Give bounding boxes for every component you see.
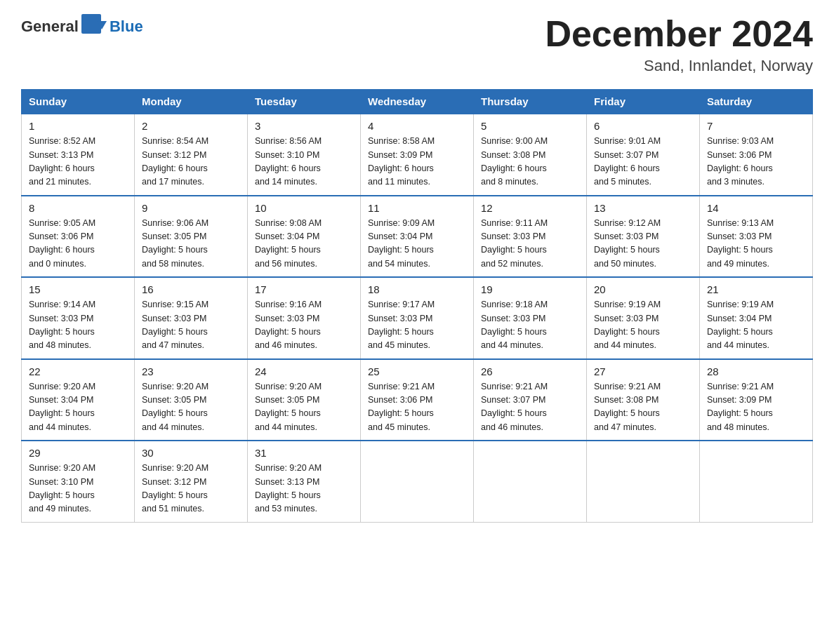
day-number: 5 [481, 120, 579, 132]
month-title: December 2024 [545, 14, 813, 54]
day-info: Sunrise: 9:20 AMSunset: 3:13 PMDaylight:… [255, 462, 353, 516]
table-row: 19Sunrise: 9:18 AMSunset: 3:03 PMDayligh… [474, 277, 587, 359]
day-number: 26 [481, 365, 579, 377]
day-number: 29 [29, 447, 127, 459]
table-row: 8Sunrise: 9:05 AMSunset: 3:06 PMDaylight… [22, 196, 135, 278]
day-number: 31 [255, 447, 353, 459]
table-row: 30Sunrise: 9:20 AMSunset: 3:12 PMDayligh… [135, 441, 248, 522]
day-number: 17 [255, 283, 353, 295]
day-number: 19 [481, 283, 579, 295]
day-info: Sunrise: 9:05 AMSunset: 3:06 PMDaylight:… [29, 217, 127, 271]
day-number: 24 [255, 365, 353, 377]
table-row: 25Sunrise: 9:21 AMSunset: 3:06 PMDayligh… [361, 359, 474, 441]
day-info: Sunrise: 9:13 AMSunset: 3:03 PMDaylight:… [707, 217, 805, 271]
day-number: 4 [368, 120, 466, 132]
table-row: 10Sunrise: 9:08 AMSunset: 3:04 PMDayligh… [248, 196, 361, 278]
table-row: 11Sunrise: 9:09 AMSunset: 3:04 PMDayligh… [361, 196, 474, 278]
logo-text-general: General [21, 18, 79, 36]
day-info: Sunrise: 9:20 AMSunset: 3:05 PMDaylight:… [142, 380, 240, 435]
table-row: 26Sunrise: 9:21 AMSunset: 3:07 PMDayligh… [474, 359, 587, 441]
day-number: 16 [142, 283, 240, 295]
day-info: Sunrise: 9:03 AMSunset: 3:06 PMDaylight:… [707, 135, 805, 189]
table-row: 24Sunrise: 9:20 AMSunset: 3:05 PMDayligh… [248, 359, 361, 441]
table-row: 4Sunrise: 8:58 AMSunset: 3:09 PMDaylight… [361, 114, 474, 196]
table-row: 5Sunrise: 9:00 AMSunset: 3:08 PMDaylight… [474, 114, 587, 196]
col-saturday: Saturday [700, 90, 813, 114]
col-sunday: Sunday [22, 90, 135, 114]
day-info: Sunrise: 9:09 AMSunset: 3:04 PMDaylight:… [368, 217, 466, 271]
day-number: 2 [142, 120, 240, 132]
day-info: Sunrise: 8:54 AMSunset: 3:12 PMDaylight:… [142, 135, 240, 189]
col-thursday: Thursday [474, 90, 587, 114]
day-info: Sunrise: 9:21 AMSunset: 3:09 PMDaylight:… [707, 380, 805, 435]
day-number: 3 [255, 120, 353, 132]
day-number: 15 [29, 283, 127, 295]
col-friday: Friday [587, 90, 700, 114]
table-row [474, 441, 587, 522]
calendar-week-row: 22Sunrise: 9:20 AMSunset: 3:04 PMDayligh… [22, 359, 813, 441]
day-info: Sunrise: 9:12 AMSunset: 3:03 PMDaylight:… [594, 217, 692, 271]
day-info: Sunrise: 9:21 AMSunset: 3:06 PMDaylight:… [368, 380, 466, 435]
table-row: 9Sunrise: 9:06 AMSunset: 3:05 PMDaylight… [135, 196, 248, 278]
day-info: Sunrise: 8:52 AMSunset: 3:13 PMDaylight:… [29, 135, 127, 189]
table-row: 2Sunrise: 8:54 AMSunset: 3:12 PMDaylight… [135, 114, 248, 196]
table-row: 23Sunrise: 9:20 AMSunset: 3:05 PMDayligh… [135, 359, 248, 441]
table-row: 28Sunrise: 9:21 AMSunset: 3:09 PMDayligh… [700, 359, 813, 441]
table-row: 18Sunrise: 9:17 AMSunset: 3:03 PMDayligh… [361, 277, 474, 359]
calendar-week-row: 1Sunrise: 8:52 AMSunset: 3:13 PMDaylight… [22, 114, 813, 196]
table-row [361, 441, 474, 522]
day-number: 25 [368, 365, 466, 377]
day-info: Sunrise: 8:58 AMSunset: 3:09 PMDaylight:… [368, 135, 466, 189]
day-info: Sunrise: 9:11 AMSunset: 3:03 PMDaylight:… [481, 217, 579, 271]
table-row: 13Sunrise: 9:12 AMSunset: 3:03 PMDayligh… [587, 196, 700, 278]
day-number: 30 [142, 447, 240, 459]
col-tuesday: Tuesday [248, 90, 361, 114]
day-info: Sunrise: 9:21 AMSunset: 3:08 PMDaylight:… [594, 380, 692, 435]
day-number: 7 [707, 120, 805, 132]
day-info: Sunrise: 9:00 AMSunset: 3:08 PMDaylight:… [481, 135, 579, 189]
table-row: 21Sunrise: 9:19 AMSunset: 3:04 PMDayligh… [700, 277, 813, 359]
day-info: Sunrise: 9:08 AMSunset: 3:04 PMDaylight:… [255, 217, 353, 271]
table-row [587, 441, 700, 522]
location-title: Sand, Innlandet, Norway [545, 57, 813, 75]
table-row: 31Sunrise: 9:20 AMSunset: 3:13 PMDayligh… [248, 441, 361, 522]
calendar-table: Sunday Monday Tuesday Wednesday Thursday… [21, 89, 813, 523]
table-row: 20Sunrise: 9:19 AMSunset: 3:03 PMDayligh… [587, 277, 700, 359]
svg-rect-0 [81, 14, 101, 34]
day-info: Sunrise: 9:18 AMSunset: 3:03 PMDaylight:… [481, 298, 579, 353]
day-number: 13 [594, 202, 692, 214]
day-number: 21 [707, 283, 805, 295]
day-number: 20 [594, 283, 692, 295]
table-row: 12Sunrise: 9:11 AMSunset: 3:03 PMDayligh… [474, 196, 587, 278]
logo: General Blue [21, 14, 143, 39]
table-row [700, 441, 813, 522]
day-info: Sunrise: 9:14 AMSunset: 3:03 PMDaylight:… [29, 298, 127, 353]
logo-icon [81, 14, 107, 39]
day-number: 10 [255, 202, 353, 214]
col-wednesday: Wednesday [361, 90, 474, 114]
day-info: Sunrise: 9:19 AMSunset: 3:03 PMDaylight:… [594, 298, 692, 353]
logo-text-blue: Blue [110, 18, 143, 36]
day-info: Sunrise: 8:56 AMSunset: 3:10 PMDaylight:… [255, 135, 353, 189]
day-info: Sunrise: 9:16 AMSunset: 3:03 PMDaylight:… [255, 298, 353, 353]
day-number: 9 [142, 202, 240, 214]
table-row: 17Sunrise: 9:16 AMSunset: 3:03 PMDayligh… [248, 277, 361, 359]
day-info: Sunrise: 9:20 AMSunset: 3:04 PMDaylight:… [29, 380, 127, 435]
day-number: 14 [707, 202, 805, 214]
table-row: 22Sunrise: 9:20 AMSunset: 3:04 PMDayligh… [22, 359, 135, 441]
day-number: 27 [594, 365, 692, 377]
day-info: Sunrise: 9:15 AMSunset: 3:03 PMDaylight:… [142, 298, 240, 353]
day-number: 18 [368, 283, 466, 295]
table-row: 6Sunrise: 9:01 AMSunset: 3:07 PMDaylight… [587, 114, 700, 196]
col-monday: Monday [135, 90, 248, 114]
page-header: General Blue December 2024 Sand, Innland… [21, 14, 813, 75]
calendar-header-row: Sunday Monday Tuesday Wednesday Thursday… [22, 90, 813, 114]
day-number: 1 [29, 120, 127, 132]
table-row: 27Sunrise: 9:21 AMSunset: 3:08 PMDayligh… [587, 359, 700, 441]
day-number: 22 [29, 365, 127, 377]
day-number: 28 [707, 365, 805, 377]
day-info: Sunrise: 9:19 AMSunset: 3:04 PMDaylight:… [707, 298, 805, 353]
day-info: Sunrise: 9:06 AMSunset: 3:05 PMDaylight:… [142, 217, 240, 271]
calendar-week-row: 29Sunrise: 9:20 AMSunset: 3:10 PMDayligh… [22, 441, 813, 522]
calendar-week-row: 8Sunrise: 9:05 AMSunset: 3:06 PMDaylight… [22, 196, 813, 278]
